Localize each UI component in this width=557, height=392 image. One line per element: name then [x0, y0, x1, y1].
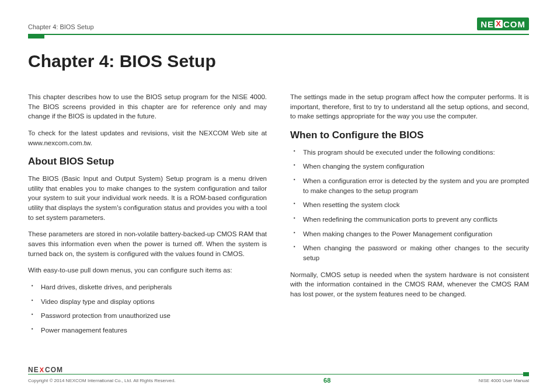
intro-p1: This chapter describes how to use the BI…: [28, 92, 267, 121]
list-item: Password protection from unauthorized us…: [35, 311, 267, 321]
list-item: When changing the password or making oth…: [297, 243, 529, 262]
page-footer: NE X COM Copyright © 2014 NEXCOM Interna…: [28, 366, 529, 384]
right-p2: Normally, CMOS setup is needed when the …: [290, 270, 529, 299]
logo-part-right: COM: [503, 19, 525, 29]
when-list: This program should be executed under th…: [290, 148, 529, 263]
page-header: Chapter 4: BIOS Setup NE X COM: [28, 14, 529, 30]
content-columns: This chapter describes how to use the BI…: [28, 92, 529, 342]
when-heading: When to Configure the BIOS: [290, 128, 529, 143]
list-item: Hard drives, diskette drives, and periph…: [35, 282, 267, 292]
doc-name: NISE 4000 User Manual: [479, 378, 529, 383]
page-number: 68: [323, 377, 330, 384]
list-item: When resetting the system clock: [297, 200, 529, 210]
footer-logo-right: COM: [45, 366, 63, 374]
about-p3: With easy-to-use pull down menus, you ca…: [28, 265, 267, 275]
logo-x-icon: X: [495, 20, 503, 28]
intro-p2: To check for the latest updates and revi…: [28, 128, 267, 148]
list-item: Power management features: [35, 326, 267, 335]
about-p2: These parameters are stored in non-volat…: [28, 229, 267, 258]
right-p1: The settings made in the setup program a…: [290, 92, 529, 121]
about-p1: The BIOS (Basic Input and Output System)…: [28, 174, 267, 222]
header-rule: [28, 34, 529, 35]
about-list: Hard drives, diskette drives, and periph…: [28, 282, 267, 335]
list-item: When changing the system configuration: [297, 162, 529, 172]
list-item: When redefining the communication ports …: [297, 215, 529, 225]
list-item: When a configuration error is detected b…: [297, 176, 529, 195]
footer-logo-x-icon: X: [40, 366, 44, 373]
footer-logo: NE X COM: [28, 366, 529, 374]
copyright-text: Copyright © 2014 NEXCOM International Co…: [28, 378, 176, 383]
list-item: Video display type and display options: [35, 297, 267, 307]
left-column: This chapter describes how to use the BI…: [28, 92, 267, 342]
nexcom-logo: NE X COM: [477, 18, 529, 30]
footer-logo-left: NE: [28, 366, 39, 374]
list-item: This program should be executed under th…: [297, 148, 529, 158]
list-item: When making changes to the Power Managem…: [297, 229, 529, 239]
chapter-label: Chapter 4: BIOS Setup: [28, 23, 94, 30]
footer-rule: [28, 374, 529, 374]
about-heading: About BIOS Setup: [28, 155, 267, 169]
chapter-title: Chapter 4: BIOS Setup: [28, 51, 529, 71]
logo-part-left: NE: [481, 19, 494, 29]
right-column: The settings made in the setup program a…: [290, 92, 529, 342]
